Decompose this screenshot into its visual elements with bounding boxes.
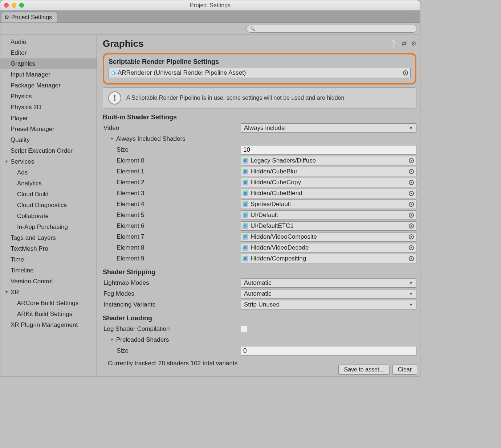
object-picker-icon[interactable] [409,180,414,185]
element-5-field[interactable]: SUI/Default [241,210,416,220]
preloaded-size-input[interactable] [241,346,416,355]
sidebar-item-ads[interactable]: Ads [0,167,97,178]
sidebar-item-graphics[interactable]: Graphics [0,58,97,69]
object-picker-icon[interactable] [409,223,414,229]
sidebar-item-physics-2d[interactable]: Physics 2D [0,102,97,113]
sidebar-item-script-execution-order[interactable]: Script Execution Order [0,145,97,156]
shader-icon: S [243,201,248,207]
shader-icon: S [243,212,248,218]
tab-options-icon[interactable]: ⋮ [411,13,417,21]
window-title: Project Settings [0,2,420,9]
object-picker-icon[interactable] [409,245,414,250]
settings-gear-icon[interactable]: ⚙ [411,40,416,48]
element-7-field[interactable]: SHidden/VideoComposite [241,232,416,242]
sidebar-item-services[interactable]: ▼Services [0,156,97,167]
sidebar-item-textmesh-pro[interactable]: TextMesh Pro [0,243,97,254]
preset-icon[interactable]: ⇄ [402,40,407,48]
sidebar-item-tags-and-layers[interactable]: Tags and Layers [0,233,97,243]
sidebar-item-xr-plug-in-management[interactable]: XR Plug-in Management [0,320,97,330]
sidebar-item-arcore-build-settings[interactable]: ARCore Build Settings [0,298,97,309]
info-box: ! A Scriptable Render Pipeline is in use… [103,87,416,108]
always-included-foldout[interactable]: ▼ Always Included Shaders [103,135,241,143]
object-picker-icon[interactable] [403,70,408,75]
sidebar-item-analytics[interactable]: Analytics [0,178,97,189]
element-9-field[interactable]: SHidden/Compositing [241,254,416,263]
sidebar-item-cloud-build[interactable]: Cloud Build [0,189,97,200]
preloaded-foldout[interactable]: ▼ Preloaded Shaders [103,336,241,344]
object-picker-icon[interactable] [409,202,414,207]
sidebar-item-arkit-build-settings[interactable]: ARKit Build Settings [0,309,97,320]
sidebar-item-label: XR [11,289,19,296]
object-picker-icon[interactable] [409,169,414,174]
sidebar-item-xr[interactable]: ▼XR [0,287,97,298]
sidebar-item-version-control[interactable]: Version Control [0,276,97,287]
sidebar-item-player[interactable]: Player [0,113,97,124]
info-icon: ! [108,91,121,104]
search-input[interactable]: 🔍 [247,25,417,33]
sidebar-item-label: Tags and Layers [11,234,56,242]
sidebar-item-package-manager[interactable]: Package Manager [0,80,97,91]
video-label: Video [103,124,241,132]
included-size-input[interactable] [241,145,416,155]
element-4-value: Sprites/Default [250,201,291,208]
element-0-value: Legacy Shaders/Diffuse [250,157,316,164]
sidebar-item-quality[interactable]: Quality [0,135,97,145]
sidebar-item-label: XR Plug-in Management [11,321,78,329]
element-1-field[interactable]: SHidden/CubeBlur [241,167,416,176]
log-compile-checkbox[interactable] [241,326,247,332]
element-4-field[interactable]: SSprites/Default [241,200,416,209]
save-to-asset-button[interactable]: Save to asset... [338,365,389,375]
tabbar: ⚙ Project Settings ⋮ [0,11,420,23]
object-picker-icon[interactable] [409,191,414,196]
element-3-field[interactable]: SHidden/CubeBlend [241,189,416,198]
settings-main: Graphics ❔ ⇄ ⚙ Scriptable Render Pipelin… [97,34,420,376]
chevron-down-icon: ▼ [409,302,413,307]
tab-project-settings[interactable]: ⚙ Project Settings [1,12,57,22]
object-picker-icon[interactable] [409,213,414,218]
foldout-down-icon: ▼ [4,290,9,294]
element-0-field[interactable]: SLegacy Shaders/Diffuse [241,156,416,165]
sidebar-item-preset-manager[interactable]: Preset Manager [0,124,97,135]
sidebar-item-label: Graphics [11,60,35,67]
video-value: Always include [244,124,285,132]
shader-icon: S [243,158,248,164]
preloaded-label: Preloaded Shaders [116,336,169,344]
lightmap-value: Automatic [244,279,272,287]
chevron-down-icon: ▼ [409,291,413,296]
sidebar-item-input-manager[interactable]: Input Manager [0,69,97,80]
video-dropdown[interactable]: Always include ▼ [241,123,416,133]
instancing-dropdown[interactable]: Strip Unused ▼ [241,300,416,309]
element-6-field[interactable]: SUI/DefaultETC1 [241,221,416,231]
project-settings-window: Project Settings ⚙ Project Settings ⋮ 🔍 … [0,0,420,377]
clear-button[interactable]: Clear [392,365,417,375]
sidebar-item-editor[interactable]: Editor [0,48,97,58]
sidebar-item-time[interactable]: Time [0,254,97,265]
sidebar-item-collaborate[interactable]: Collaborate [0,211,97,222]
log-compile-label: Log Shader Compilation [103,325,241,333]
sidebar-item-label: Preset Manager [11,126,54,133]
sidebar-item-timeline[interactable]: Timeline [0,265,97,276]
element-7-label: Element 7 [103,233,241,241]
sidebar-item-in-app-purchasing[interactable]: In-App Purchasing [0,222,97,233]
sidebar-item-cloud-diagnostics[interactable]: Cloud Diagnostics [0,200,97,211]
shader-icon: S [243,234,248,240]
included-size-label: Size [103,146,241,153]
element-2-field[interactable]: SHidden/CubeCopy [241,178,416,187]
help-icon[interactable]: ❔ [390,40,397,48]
element-8-value: Hidden/VideoDecode [250,244,309,251]
element-8-field[interactable]: SHidden/VideoDecode [241,243,416,252]
shader-icon: S [243,245,248,251]
object-picker-icon[interactable] [409,256,414,261]
srp-heading: Scriptable Render Pipeline Settings [109,58,411,66]
fog-dropdown[interactable]: Automatic ▼ [241,289,416,299]
sidebar-item-physics[interactable]: Physics [0,91,97,102]
sidebar-item-audio[interactable]: Audio [0,37,97,48]
sidebar-item-label: Input Manager [11,71,50,78]
sidebar-item-label: Version Control [11,278,53,285]
sidebar-item-label: Physics [11,93,32,100]
object-picker-icon[interactable] [409,158,414,163]
object-picker-icon[interactable] [409,234,414,239]
lightmap-dropdown[interactable]: Automatic ▼ [241,278,416,288]
sidebar-item-label: Physics 2D [11,104,41,111]
srp-asset-field[interactable]: 🧊 ARRenderer (Universal Render Pipeline … [109,68,411,78]
